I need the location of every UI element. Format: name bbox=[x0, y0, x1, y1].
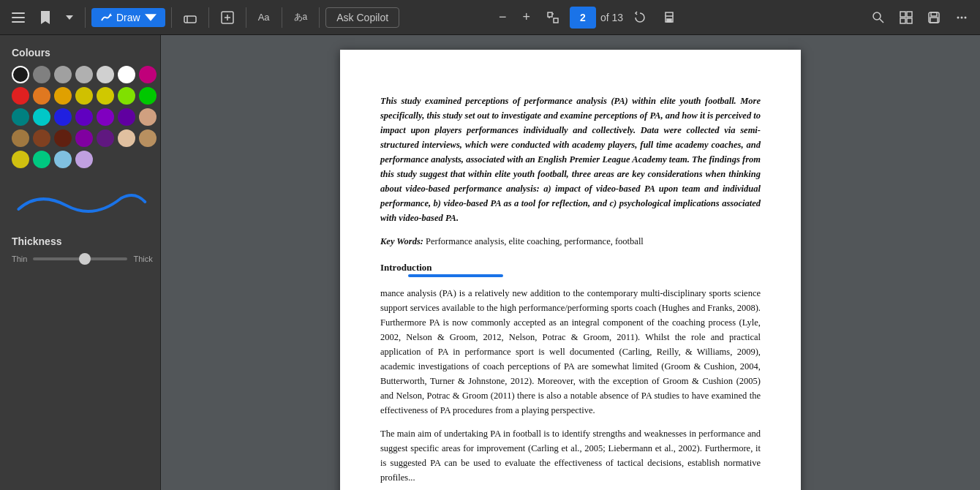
color-swatch-1[interactable] bbox=[33, 66, 50, 83]
color-swatch-14[interactable] bbox=[12, 108, 29, 126]
svg-rect-18 bbox=[907, 12, 912, 17]
eraser-button[interactable] bbox=[178, 7, 203, 28]
insert-button[interactable] bbox=[215, 7, 240, 29]
svg-rect-10 bbox=[554, 18, 558, 23]
svg-rect-23 bbox=[930, 18, 938, 23]
thickness-slider[interactable] bbox=[33, 257, 127, 260]
color-swatch-17[interactable] bbox=[75, 108, 93, 126]
intro-para-1: mance analysis (PA) is a relatively new … bbox=[380, 286, 761, 418]
color-swatch-25[interactable] bbox=[97, 129, 114, 147]
thickness-title: Thickness bbox=[12, 235, 148, 247]
translate-button[interactable]: あa bbox=[288, 7, 314, 28]
color-swatch-28[interactable] bbox=[12, 151, 29, 168]
intro-heading-text: oduction bbox=[396, 262, 431, 273]
keywords-text: Performance analysis, elite coaching, pe… bbox=[423, 236, 644, 246]
color-swatch-20[interactable] bbox=[139, 108, 157, 126]
divider-5 bbox=[282, 7, 282, 28]
svg-rect-14 bbox=[667, 19, 671, 22]
ask-copilot-button[interactable]: Ask Copilot bbox=[325, 7, 399, 28]
color-swatch-2[interactable] bbox=[54, 66, 72, 83]
color-swatch-26[interactable] bbox=[118, 129, 135, 147]
save-button[interactable] bbox=[921, 7, 946, 29]
view-button[interactable] bbox=[894, 7, 919, 29]
color-swatch-30[interactable] bbox=[54, 151, 72, 168]
stroke-preview bbox=[12, 180, 148, 224]
menu-button[interactable] bbox=[6, 7, 31, 29]
color-swatch-0[interactable] bbox=[12, 66, 29, 83]
color-swatch-24[interactable] bbox=[75, 129, 93, 147]
svg-marker-3 bbox=[109, 13, 112, 16]
divider-2 bbox=[171, 7, 172, 28]
color-swatch-19[interactable] bbox=[118, 108, 135, 126]
color-swatch-8[interactable] bbox=[33, 87, 50, 105]
divider-4 bbox=[246, 7, 246, 28]
main-area: Colours Thickness Thin Thick This study … bbox=[0, 35, 980, 490]
zoom-in-button[interactable]: + bbox=[517, 5, 537, 29]
color-swatch-11[interactable] bbox=[97, 87, 114, 105]
main-toolbar: Draw Aa あa Ask Copilot − + 2 of 13 bbox=[0, 0, 980, 35]
page-navigation: − + 2 of 13 bbox=[493, 5, 682, 29]
svg-line-16 bbox=[880, 19, 883, 23]
thickness-slider-row: Thin Thick bbox=[12, 255, 148, 263]
intro-heading-block: Introduction bbox=[380, 260, 761, 276]
rotate-button[interactable] bbox=[627, 7, 652, 29]
blue-underline bbox=[408, 274, 503, 277]
color-swatch-23[interactable] bbox=[54, 129, 72, 147]
svg-point-25 bbox=[960, 16, 962, 18]
svg-point-15 bbox=[873, 12, 881, 20]
divider-3 bbox=[208, 7, 209, 28]
color-panel: Colours Thickness Thin Thick bbox=[0, 35, 161, 490]
search-button[interactable] bbox=[866, 7, 891, 29]
color-swatch-16[interactable] bbox=[54, 108, 72, 126]
color-swatch-3[interactable] bbox=[75, 66, 93, 83]
fit-button[interactable] bbox=[540, 7, 565, 29]
svg-rect-1 bbox=[12, 17, 25, 18]
heading-dots: Intr bbox=[380, 262, 396, 273]
pdf-content: This study examined perceptions of perfo… bbox=[380, 94, 761, 485]
divider-1 bbox=[85, 7, 86, 28]
color-swatch-27[interactable] bbox=[139, 129, 157, 147]
thin-label: Thin bbox=[12, 255, 27, 263]
svg-point-24 bbox=[957, 16, 959, 18]
intro-heading: Introduction bbox=[380, 260, 761, 276]
draw-button[interactable]: Draw bbox=[91, 8, 165, 27]
colours-title: Colours bbox=[12, 47, 148, 59]
svg-point-26 bbox=[964, 16, 966, 18]
color-swatch-18[interactable] bbox=[97, 108, 114, 126]
color-swatch-12[interactable] bbox=[118, 87, 135, 105]
color-swatch-21[interactable] bbox=[12, 129, 29, 147]
svg-rect-17 bbox=[900, 12, 905, 17]
color-grid bbox=[12, 66, 148, 168]
bookmark-dropdown[interactable] bbox=[60, 11, 79, 24]
svg-rect-20 bbox=[907, 18, 912, 23]
color-swatch-15[interactable] bbox=[33, 108, 50, 126]
more-button[interactable] bbox=[949, 7, 974, 29]
color-swatch-22[interactable] bbox=[33, 129, 50, 147]
page-of-label: of 13 bbox=[600, 12, 623, 23]
abstract-paragraph: This study examined perceptions of perfo… bbox=[380, 94, 761, 225]
color-swatch-7[interactable] bbox=[12, 87, 29, 105]
svg-rect-22 bbox=[931, 12, 937, 16]
svg-rect-19 bbox=[900, 18, 905, 23]
zoom-out-button[interactable]: − bbox=[493, 5, 513, 29]
color-swatch-13[interactable] bbox=[139, 87, 157, 105]
thick-label: Thick bbox=[133, 255, 152, 263]
svg-rect-0 bbox=[12, 12, 25, 14]
svg-rect-9 bbox=[548, 12, 552, 17]
svg-rect-4 bbox=[184, 16, 196, 23]
color-swatch-31[interactable] bbox=[75, 151, 93, 168]
bookmark-button[interactable] bbox=[34, 7, 57, 29]
color-swatch-5[interactable] bbox=[118, 66, 135, 83]
color-swatch-4[interactable] bbox=[97, 66, 114, 83]
keywords-label: Key Words: bbox=[380, 236, 423, 246]
svg-rect-2 bbox=[12, 21, 25, 23]
color-swatch-6[interactable] bbox=[139, 66, 157, 83]
text-button[interactable]: Aa bbox=[252, 7, 276, 27]
page-number-input[interactable]: 2 bbox=[570, 7, 596, 29]
color-swatch-29[interactable] bbox=[33, 151, 50, 168]
keywords-line: Key Words: Performance analysis, elite c… bbox=[380, 234, 761, 249]
color-swatch-9[interactable] bbox=[54, 87, 72, 105]
pdf-area: This study examined perceptions of perfo… bbox=[161, 35, 980, 490]
print-button[interactable] bbox=[657, 7, 682, 29]
color-swatch-10[interactable] bbox=[75, 87, 93, 105]
